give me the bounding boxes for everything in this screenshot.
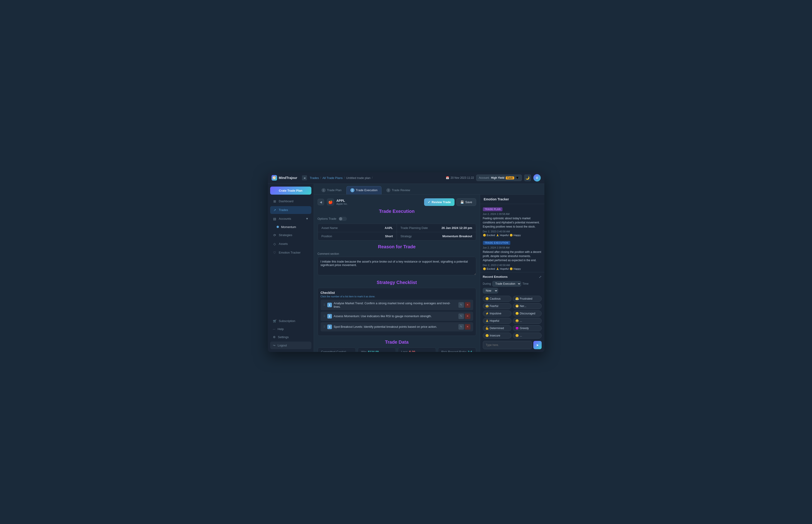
- asset-details: APPL Apple Inc.: [336, 199, 348, 205]
- position-cell: Position Short: [318, 232, 397, 240]
- tab-trade-execution[interactable]: 2 Trade Execution: [347, 186, 381, 194]
- emotion-entry-1: TRADE PLAN Jun 2, 2024 2:39:58 AM Feelin…: [483, 207, 542, 237]
- emotion-panel: Emotion Tracker TRADE PLAN Jun 2, 2024 2…: [480, 195, 544, 352]
- tab-trade-review[interactable]: 3 Trade Review: [382, 186, 414, 194]
- tab-num-1: 1: [321, 188, 326, 192]
- emotion-tag-hopeful-2: 🙏 Hopeful: [496, 267, 509, 271]
- checklist-num-3[interactable]: 3: [327, 325, 332, 329]
- emotion-chip-discouraged[interactable]: 😞 Discouraged: [513, 310, 542, 316]
- sidebar-collapse-button[interactable]: ◀: [302, 175, 307, 180]
- options-trade-toggle[interactable]: [338, 217, 347, 221]
- record-title: Record Emotions: [483, 275, 508, 278]
- logo-text: MindTrajour: [279, 176, 297, 180]
- sidebar-item-assets[interactable]: ◇ Assets: [270, 240, 312, 248]
- checkmark-icon: ✓: [428, 200, 430, 204]
- trade-header: ◀ 🍎 APPL Apple Inc. ✓: [318, 198, 476, 206]
- review-trade-button[interactable]: ✓ Review Trade: [424, 198, 455, 206]
- checklist-edit-btn-1[interactable]: ✎: [459, 302, 464, 308]
- help-icon: ···: [273, 327, 275, 331]
- breadcrumb-trades[interactable]: Trades: [310, 176, 319, 180]
- emotion-tag-happy-1: 😊 Happy: [510, 234, 521, 237]
- sidebar-item-emotion-tracker[interactable]: ♡ Emotion Tracker: [270, 249, 312, 257]
- sidebar-item-trades[interactable]: ↗ Trades: [270, 206, 312, 214]
- drag-handle-icon-2[interactable]: ⠿: [323, 315, 325, 318]
- logout-button[interactable]: ↪ Logout: [270, 342, 312, 349]
- settings-icon: ⚙: [273, 335, 276, 339]
- emotion-tag-excited-2: 😊 Excited: [483, 267, 495, 271]
- checklist-num-1[interactable]: 1: [327, 302, 332, 307]
- filter-select-time[interactable]: Now Later: [483, 288, 498, 293]
- emotion-chip-cautious[interactable]: 😐 Cautious: [483, 296, 512, 302]
- strategies-icon: ⟳: [273, 233, 276, 237]
- sidebar-item-settings[interactable]: ⚙ Settings: [270, 333, 312, 341]
- asset-info: 🍎 APPL Apple Inc.: [327, 198, 421, 206]
- comment-area: Comment section I initiate this trade be…: [318, 252, 476, 276]
- main-content: ◀ 🍎 APPL Apple Inc. ✓: [314, 195, 544, 352]
- fearful-icon: 😨: [485, 305, 489, 308]
- data-row-2: Position Short Strategy Momentum Breakou…: [318, 232, 476, 240]
- checklist-delete-btn-3[interactable]: ✕: [465, 324, 471, 330]
- tab-trade-plan[interactable]: 1 Trade Plan: [318, 186, 346, 194]
- sidebar-bottom: 🛒 Subscription ··· Help ⚙ Settings ↪ Log…: [270, 317, 312, 349]
- nervous-icon: 😬: [515, 305, 519, 308]
- sidebar-item-subscription[interactable]: 🛒 Subscription: [270, 317, 312, 325]
- checklist-num-2[interactable]: 2: [327, 314, 332, 318]
- emotion-chip-greedy[interactable]: 😈 Greedy: [513, 325, 542, 331]
- back-button[interactable]: ◀: [318, 199, 324, 205]
- nav-right: 📅 20 Nov 2023 11:22 Account: High Yield …: [446, 174, 541, 181]
- emotion-chip-last[interactable]: 😊 ...: [513, 332, 542, 339]
- drag-handle-icon[interactable]: ⠿: [323, 304, 325, 307]
- create-trade-plan-button[interactable]: Crate Trade Plan: [270, 186, 312, 195]
- checklist-header: Checklist Click the number of a list ite…: [321, 291, 473, 298]
- account-selector[interactable]: Account: High Yield Cash ▼: [476, 175, 522, 181]
- emotion-tag-happy-2: 😊 Happy: [510, 267, 521, 271]
- emotion-badge-2: TRADE EXECUTION: [483, 241, 510, 245]
- checklist-edit-btn-2[interactable]: ✎: [459, 313, 464, 319]
- checklist-edit-btn-3[interactable]: ✎: [459, 324, 464, 330]
- drag-handle-icon-3[interactable]: ⠿: [323, 325, 325, 328]
- checklist-section-title: Strategy Checklist: [318, 280, 476, 285]
- last-icon: 😊: [515, 334, 519, 337]
- breadcrumb-current: Untitled trade plan: [346, 176, 371, 180]
- emotion-chip-nervous[interactable]: 😬 Ner...: [513, 303, 542, 309]
- theme-toggle-button[interactable]: 🌙: [524, 174, 531, 181]
- subscription-icon: 🛒: [273, 319, 276, 323]
- emotion-chip-determined[interactable]: 💪 Determined: [483, 325, 512, 331]
- emotion-chip-fearful[interactable]: 😨 Feerful: [483, 303, 512, 309]
- options-trade-label: Options Trade: [318, 217, 336, 220]
- emotion-text-input[interactable]: [483, 341, 532, 349]
- insecure-icon: 😕: [485, 334, 489, 337]
- trade-execution-title: Trade Execution: [318, 209, 476, 214]
- discouraged-icon: 😞: [515, 312, 519, 315]
- checklist-actions-1: ✎ ✕: [459, 302, 471, 308]
- emotion-chip-frustrated[interactable]: 😤 Frustrated: [513, 296, 542, 302]
- emotion-badge-1: TRADE PLAN: [483, 207, 503, 211]
- chevron-down-icon: ▼: [515, 176, 519, 180]
- sidebar-item-strategies[interactable]: ⟳ Strategies: [270, 231, 312, 239]
- emotion-tag-hopeful-1: 🙏 Hopeful: [496, 234, 509, 237]
- sidebar-item-dashboard[interactable]: ⊞ Dashboard: [270, 197, 312, 205]
- checklist-actions-2: ✎ ✕: [459, 313, 471, 319]
- record-header: Record Emotions ⤢: [483, 275, 542, 279]
- emotion-chip-hopeful[interactable]: 🙏 Hopeful: [483, 318, 512, 324]
- filter-label-time: Time: [523, 282, 528, 285]
- sidebar-item-momentum[interactable]: Momentum: [270, 224, 312, 230]
- emotion-chip-extra[interactable]: 😄 ...: [513, 318, 542, 324]
- save-button[interactable]: 💾 Save: [456, 198, 476, 206]
- momentum-dot: [276, 226, 279, 228]
- checklist-container: Checklist Click the number of a list ite…: [318, 288, 476, 336]
- emotion-chip-impulsive[interactable]: ⚡ Impulsive: [483, 310, 512, 316]
- extra-icon: 😄: [515, 319, 519, 323]
- checklist-delete-btn-1[interactable]: ✕: [465, 302, 471, 308]
- emotion-chip-insecure[interactable]: 😕 Insecure: [483, 332, 512, 339]
- trade-data-grid-1: Committed Capital: $2854.66 Win: $134.09…: [318, 347, 476, 352]
- checklist-delete-btn-2[interactable]: ✕: [465, 313, 471, 319]
- send-emotion-button[interactable]: ➤: [534, 341, 542, 349]
- filter-select-phase[interactable]: Trade Execution Trade Plan Trade Review: [492, 281, 521, 286]
- breadcrumb-all-plans[interactable]: All Trade Plans: [322, 176, 343, 180]
- sidebar-item-accounts[interactable]: ▤ Accounts ▼: [270, 215, 312, 223]
- sidebar-item-help[interactable]: ··· Help: [270, 325, 312, 332]
- expand-button[interactable]: ⤢: [539, 275, 542, 279]
- emotion-history: TRADE PLAN Jun 2, 2024 2:39:58 AM Feelin…: [480, 204, 544, 272]
- comment-textarea[interactable]: I initiate this trade because the asset'…: [318, 257, 476, 275]
